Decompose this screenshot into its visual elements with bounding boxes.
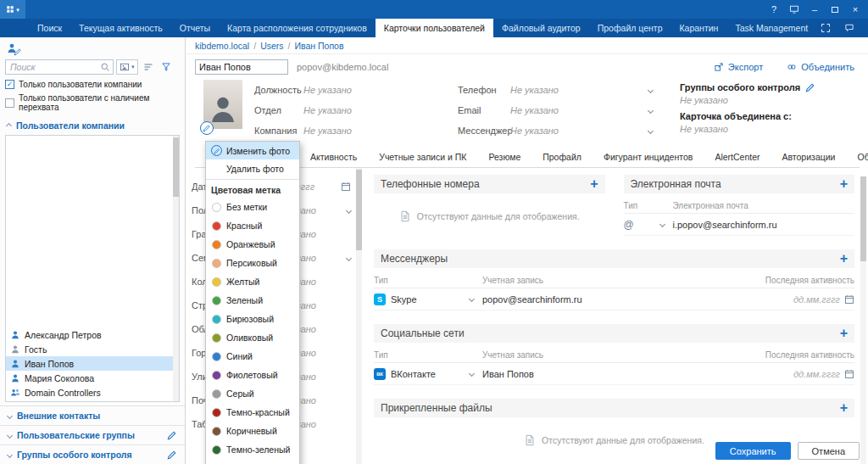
chevron-down-icon[interactable] [346,254,352,260]
breadcrumb-domain[interactable]: kibdemo.local [195,41,249,51]
save-button[interactable]: Сохранить [715,442,791,460]
field-value[interactable]: Не указано [510,126,559,136]
card-tab-rezyume[interactable]: Резюме [477,148,531,167]
form-scrollbar[interactable] [356,168,362,464]
color-option-dark-red[interactable]: Темно-красный [206,403,299,422]
email-type-select[interactable]: @ [624,219,673,231]
color-option-dark-blue[interactable]: Темно-синий [206,459,299,464]
maximize-button[interactable] [826,0,844,19]
menu-item-change-photo[interactable]: Изменить фото [206,142,299,159]
app-menu-button[interactable]: ▾ [0,0,25,19]
date-placeholder[interactable]: дд.мм.гггг [793,369,840,379]
list-view-button[interactable] [141,59,156,75]
add-social-button[interactable]: + [840,327,848,340]
tab-tekushchaya-aktivnost[interactable]: Текущая активность [70,19,171,37]
help-button[interactable]: ? [765,0,783,19]
tab-task-management[interactable]: Task Management [726,19,816,37]
add-email-button[interactable]: + [840,177,848,191]
chevron-down-icon[interactable] [346,207,352,213]
edit-pencil-icon[interactable] [805,82,815,92]
cancel-button[interactable]: Отмена [798,442,860,460]
color-option-gray[interactable]: Серый [206,384,299,403]
scrollbar-thumb[interactable] [860,176,866,261]
color-option-orange[interactable]: Оранжевый [206,235,299,254]
checkbox-intercept-users[interactable]: Только пользователи с наличием перехвата [5,93,180,112]
card-tab-uchetnye-zapisi[interactable]: Учетные записи и ПК [368,148,477,167]
avatar-view-dropdown[interactable]: ▾ [116,59,138,75]
group-vneshnie-kontakty[interactable]: Внешние контакты [0,405,185,425]
export-button[interactable]: Экспорт [714,62,763,72]
tree-item-domain-controllers[interactable]: Domain Controllers [6,385,179,400]
color-option-blue[interactable]: Синий [206,347,299,366]
merge-button[interactable]: Объединить [787,62,854,72]
breadcrumb-users[interactable]: Users [260,41,283,51]
search-input[interactable] [8,61,100,73]
tab-failovyi-auditor[interactable]: Файловый аудитор [493,19,589,37]
tree-item-mariya-sokolova[interactable]: Мария Соколова [6,371,179,385]
feedback-button[interactable] [840,19,859,37]
tab-otchety[interactable]: Отчеты [171,19,219,37]
tab-profail-centr[interactable]: Профайл центр [589,19,671,37]
color-option-olive[interactable]: Оливковый [206,328,299,347]
tab-karantin[interactable]: Карантин [670,19,726,37]
tree-item-gost[interactable]: Гость [6,342,179,356]
menu-item-delete-photo[interactable]: Удалить фото [206,159,299,177]
color-option-peach[interactable]: Персиковый [206,254,299,272]
user-name-input[interactable] [195,59,288,75]
filter-button[interactable] [159,59,174,75]
checkbox-company-users[interactable]: ✓ Только пользователи компании [5,80,180,89]
card-tab-obshchaya-aktivnost[interactable]: Общая активность [846,148,868,167]
add-phone-button[interactable]: + [590,177,598,191]
calendar-icon[interactable] [844,294,854,305]
field-value[interactable]: Не указано [303,105,352,115]
color-option-red[interactable]: Красный [206,216,299,235]
company-users-header[interactable]: Пользователи компании [0,114,185,135]
color-option-brown[interactable]: Коричневый [206,422,299,440]
calendar-icon[interactable] [341,182,351,192]
fullscreen-button[interactable] [816,19,835,37]
color-option-yellow[interactable]: Желтый [206,272,299,291]
field-value[interactable]: Не указано [510,105,559,115]
info-button[interactable] [864,19,868,37]
chevron-down-icon[interactable] [648,127,654,133]
add-messenger-button[interactable]: + [840,252,848,266]
messenger-account[interactable]: popov@searchinform.ru [482,294,744,305]
close-button[interactable]: × [846,0,865,19]
card-tab-profail[interactable]: Профайл [531,148,593,167]
chevron-down-icon[interactable] [648,87,654,92]
card-tab-alertcenter[interactable]: AlertCenter [704,148,771,167]
date-placeholder[interactable]: дд.мм.гггг [793,294,840,305]
tree-item-ivan-popov[interactable]: Иван Попов [6,356,179,371]
field-value[interactable]: Не указано [303,85,352,95]
group-gruppy-osobogo-kontrolya[interactable]: Группы особого контроля [0,444,185,464]
color-option-dark-green[interactable]: Темно-зеленый [206,440,299,459]
chevron-down-icon[interactable] [648,107,654,113]
color-option-green[interactable]: Зеленый [206,291,299,310]
screen-share-button[interactable] [785,0,804,19]
scrollbar-thumb[interactable] [173,137,179,197]
edit-user-button[interactable] [6,42,18,54]
edit-pencil-icon[interactable] [167,450,177,460]
calendar-icon[interactable] [844,369,854,379]
tab-karta-raspolozheniya[interactable]: Карта расположения сотрудников [219,19,376,37]
color-option-turquoise[interactable]: Бирюзовый [206,310,299,328]
minimize-button[interactable]: – [805,0,824,19]
color-option-violet[interactable]: Фиолетовый [206,366,299,384]
edit-pencil-icon[interactable] [167,430,177,440]
social-account[interactable]: Иван Попов [482,369,744,379]
card-tab-figurant-incidentov[interactable]: Фигурант инцидентов [593,148,704,167]
card-tab-aktivnost[interactable]: Активность [299,148,368,167]
social-type-select[interactable]: ВК ВКонтакте [374,368,482,380]
color-option-none[interactable]: Без метки [206,198,299,216]
scrollbar-thumb[interactable] [356,170,362,250]
field-value[interactable]: Не указано [303,126,352,136]
group-polzovatelskie-gruppy[interactable]: Пользовательские группы [0,425,185,444]
tab-poisk[interactable]: Поиск [29,19,70,37]
tree-scrollbar[interactable] [173,136,179,401]
sections-scrollbar[interactable] [860,176,866,464]
edit-photo-button[interactable] [200,121,214,135]
add-file-button[interactable]: + [840,401,848,415]
tab-kartochki-polzovatelei[interactable]: Карточки пользователей [376,19,493,37]
messenger-type-select[interactable]: S Skype [374,293,482,305]
field-value[interactable]: Не указано [510,85,559,95]
